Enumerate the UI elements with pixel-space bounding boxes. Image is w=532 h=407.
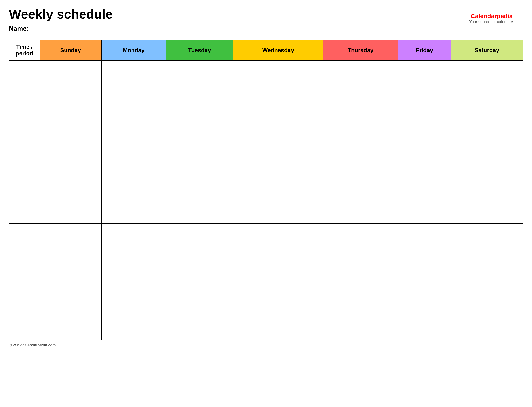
day-cell-row-6-col-2[interactable] (102, 200, 166, 224)
day-cell-row-4-col-3[interactable] (166, 154, 233, 177)
day-cell-row-9-col-1[interactable] (39, 270, 102, 293)
day-cell-row-1-col-3[interactable] (166, 84, 233, 107)
day-cell-row-9-col-6[interactable] (398, 270, 451, 293)
day-cell-row-11-col-7[interactable] (451, 317, 523, 340)
time-cell-row-0[interactable] (9, 61, 39, 84)
day-cell-row-6-col-7[interactable] (451, 200, 523, 224)
day-cell-row-7-col-4[interactable] (233, 224, 323, 247)
day-cell-row-1-col-2[interactable] (102, 84, 166, 107)
day-cell-row-6-col-5[interactable] (323, 200, 398, 224)
day-cell-row-9-col-7[interactable] (451, 270, 523, 293)
day-cell-row-7-col-1[interactable] (39, 224, 102, 247)
day-cell-row-8-col-3[interactable] (166, 247, 233, 270)
header-sunday: Sunday (39, 40, 102, 61)
day-cell-row-1-col-4[interactable] (233, 84, 323, 107)
day-cell-row-6-col-3[interactable] (166, 200, 233, 224)
day-cell-row-0-col-5[interactable] (323, 61, 398, 84)
day-cell-row-0-col-2[interactable] (102, 61, 166, 84)
day-cell-row-6-col-1[interactable] (39, 200, 102, 224)
name-label: Name: (9, 25, 523, 32)
day-cell-row-2-col-1[interactable] (39, 107, 102, 130)
day-cell-row-5-col-3[interactable] (166, 177, 233, 200)
day-cell-row-10-col-5[interactable] (323, 293, 398, 317)
day-cell-row-10-col-1[interactable] (39, 293, 102, 317)
day-cell-row-4-col-4[interactable] (233, 154, 323, 177)
day-cell-row-11-col-2[interactable] (102, 317, 166, 340)
day-cell-row-3-col-2[interactable] (102, 130, 166, 154)
day-cell-row-2-col-6[interactable] (398, 107, 451, 130)
day-cell-row-8-col-4[interactable] (233, 247, 323, 270)
day-cell-row-8-col-6[interactable] (398, 247, 451, 270)
day-cell-row-7-col-6[interactable] (398, 224, 451, 247)
day-cell-row-2-col-7[interactable] (451, 107, 523, 130)
day-cell-row-5-col-5[interactable] (323, 177, 398, 200)
day-cell-row-4-col-2[interactable] (102, 154, 166, 177)
day-cell-row-2-col-4[interactable] (233, 107, 323, 130)
schedule-table: Time / period Sunday Monday Tuesday Wedn… (9, 39, 523, 340)
day-cell-row-0-col-1[interactable] (39, 61, 102, 84)
day-cell-row-7-col-2[interactable] (102, 224, 166, 247)
day-cell-row-7-col-5[interactable] (323, 224, 398, 247)
day-cell-row-3-col-1[interactable] (39, 130, 102, 154)
day-cell-row-3-col-5[interactable] (323, 130, 398, 154)
day-cell-row-4-col-7[interactable] (451, 154, 523, 177)
day-cell-row-4-col-5[interactable] (323, 154, 398, 177)
day-cell-row-4-col-1[interactable] (39, 154, 102, 177)
day-cell-row-2-col-2[interactable] (102, 107, 166, 130)
day-cell-row-11-col-3[interactable] (166, 317, 233, 340)
day-cell-row-3-col-6[interactable] (398, 130, 451, 154)
day-cell-row-6-col-6[interactable] (398, 200, 451, 224)
day-cell-row-5-col-2[interactable] (102, 177, 166, 200)
day-cell-row-3-col-3[interactable] (166, 130, 233, 154)
day-cell-row-10-col-3[interactable] (166, 293, 233, 317)
day-cell-row-1-col-7[interactable] (451, 84, 523, 107)
day-cell-row-11-col-1[interactable] (39, 317, 102, 340)
day-cell-row-10-col-2[interactable] (102, 293, 166, 317)
day-cell-row-0-col-6[interactable] (398, 61, 451, 84)
day-cell-row-0-col-3[interactable] (166, 61, 233, 84)
day-cell-row-8-col-2[interactable] (102, 247, 166, 270)
day-cell-row-11-col-4[interactable] (233, 317, 323, 340)
day-cell-row-10-col-6[interactable] (398, 293, 451, 317)
day-cell-row-8-col-1[interactable] (39, 247, 102, 270)
time-cell-row-2[interactable] (9, 107, 39, 130)
day-cell-row-9-col-3[interactable] (166, 270, 233, 293)
header-friday: Friday (398, 40, 451, 61)
time-cell-row-3[interactable] (9, 130, 39, 154)
day-cell-row-0-col-7[interactable] (451, 61, 523, 84)
time-cell-row-9[interactable] (9, 270, 39, 293)
day-cell-row-2-col-5[interactable] (323, 107, 398, 130)
day-cell-row-9-col-5[interactable] (323, 270, 398, 293)
time-cell-row-8[interactable] (9, 247, 39, 270)
time-cell-row-6[interactable] (9, 200, 39, 224)
day-cell-row-5-col-6[interactable] (398, 177, 451, 200)
day-cell-row-3-col-7[interactable] (451, 130, 523, 154)
day-cell-row-11-col-5[interactable] (323, 317, 398, 340)
day-cell-row-1-col-5[interactable] (323, 84, 398, 107)
time-cell-row-11[interactable] (9, 317, 39, 340)
day-cell-row-3-col-4[interactable] (233, 130, 323, 154)
day-cell-row-0-col-4[interactable] (233, 61, 323, 84)
day-cell-row-9-col-4[interactable] (233, 270, 323, 293)
day-cell-row-1-col-6[interactable] (398, 84, 451, 107)
day-cell-row-4-col-6[interactable] (398, 154, 451, 177)
day-cell-row-5-col-4[interactable] (233, 177, 323, 200)
day-cell-row-11-col-6[interactable] (398, 317, 451, 340)
day-cell-row-9-col-2[interactable] (102, 270, 166, 293)
time-cell-row-5[interactable] (9, 177, 39, 200)
time-cell-row-4[interactable] (9, 154, 39, 177)
day-cell-row-8-col-7[interactable] (451, 247, 523, 270)
day-cell-row-5-col-1[interactable] (39, 177, 102, 200)
day-cell-row-2-col-3[interactable] (166, 107, 233, 130)
time-cell-row-7[interactable] (9, 224, 39, 247)
day-cell-row-10-col-4[interactable] (233, 293, 323, 317)
day-cell-row-10-col-7[interactable] (451, 293, 523, 317)
day-cell-row-7-col-3[interactable] (166, 224, 233, 247)
time-cell-row-1[interactable] (9, 84, 39, 107)
day-cell-row-1-col-1[interactable] (39, 84, 102, 107)
day-cell-row-6-col-4[interactable] (233, 200, 323, 224)
day-cell-row-8-col-5[interactable] (323, 247, 398, 270)
day-cell-row-7-col-7[interactable] (451, 224, 523, 247)
day-cell-row-5-col-7[interactable] (451, 177, 523, 200)
time-cell-row-10[interactable] (9, 293, 39, 317)
